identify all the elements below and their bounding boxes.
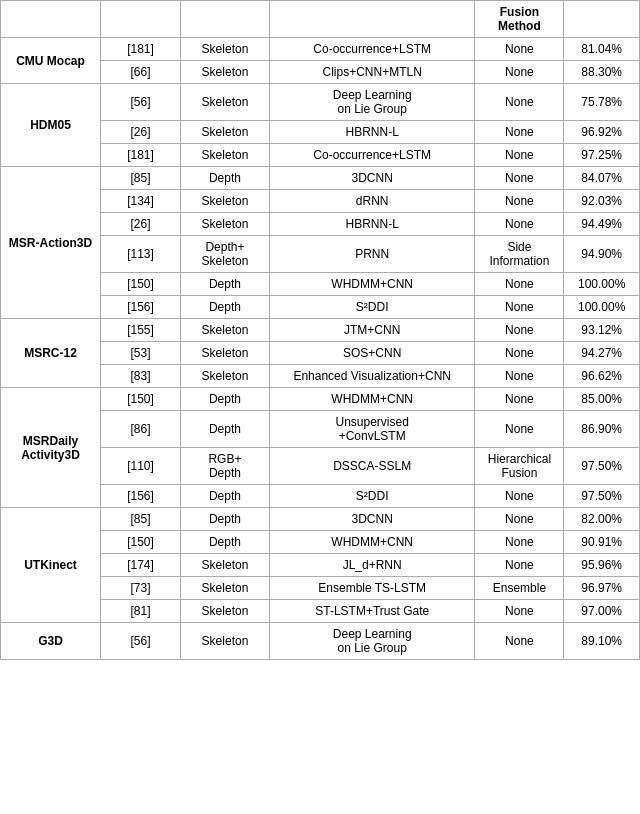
cell-reference: [113] [101, 236, 181, 273]
cell-modality: Skeleton [181, 190, 270, 213]
cell-method: S²DDI [269, 485, 475, 508]
cell-metric: 94.90% [564, 236, 640, 273]
cell-reference: [155] [101, 319, 181, 342]
cell-method: 3DCNN [269, 508, 475, 531]
cell-metric: 89.10% [564, 623, 640, 660]
cell-method: JTM+CNN [269, 319, 475, 342]
cell-fusion: None [475, 296, 564, 319]
cell-dataset: G3D [1, 623, 101, 660]
table-row: CMU Mocap[181]SkeletonCo-occurrence+LSTM… [1, 38, 640, 61]
cell-modality: Skeleton [181, 213, 270, 236]
cell-method: SOS+CNN [269, 342, 475, 365]
cell-metric: 97.50% [564, 485, 640, 508]
cell-reference: [85] [101, 508, 181, 531]
cell-dataset: MSRC-12 [1, 319, 101, 388]
cell-metric: 81.04% [564, 38, 640, 61]
header-method [269, 1, 475, 38]
cell-modality: Skeleton [181, 554, 270, 577]
cell-fusion: None [475, 508, 564, 531]
cell-method: WHDMM+CNN [269, 273, 475, 296]
cell-metric: 97.00% [564, 600, 640, 623]
header-dataset [1, 1, 101, 38]
cell-method: Ensemble TS-LSTM [269, 577, 475, 600]
header-fusion: FusionMethod [475, 1, 564, 38]
cell-metric: 82.00% [564, 508, 640, 531]
cell-fusion: None [475, 190, 564, 213]
cell-method: Co-occurrence+LSTM [269, 144, 475, 167]
cell-dataset: UTKinect [1, 508, 101, 623]
cell-fusion: None [475, 144, 564, 167]
cell-modality: Depth [181, 411, 270, 448]
cell-dataset: HDM05 [1, 84, 101, 167]
cell-metric: 97.50% [564, 448, 640, 485]
cell-method: JL_d+RNN [269, 554, 475, 577]
cell-reference: [181] [101, 144, 181, 167]
cell-method: Deep Learningon Lie Group [269, 84, 475, 121]
cell-dataset: MSRDailyActivity3D [1, 388, 101, 508]
cell-metric: 75.78% [564, 84, 640, 121]
comparison-table: FusionMethod CMU Mocap[181]SkeletonCo-oc… [0, 0, 640, 660]
cell-method: S²DDI [269, 296, 475, 319]
cell-fusion: None [475, 623, 564, 660]
cell-method: HBRNN-L [269, 121, 475, 144]
cell-method: Enhanced Visualization+CNN [269, 365, 475, 388]
cell-modality: Depth [181, 273, 270, 296]
cell-reference: [156] [101, 485, 181, 508]
cell-metric: 90.91% [564, 531, 640, 554]
cell-reference: [53] [101, 342, 181, 365]
cell-fusion: None [475, 213, 564, 236]
table-row: MSRDailyActivity3D[150]DepthWHDMM+CNNNon… [1, 388, 640, 411]
cell-reference: [181] [101, 38, 181, 61]
cell-method: ST-LSTM+Trust Gate [269, 600, 475, 623]
cell-reference: [56] [101, 84, 181, 121]
cell-modality: Skeleton [181, 319, 270, 342]
cell-fusion: None [475, 600, 564, 623]
cell-reference: [73] [101, 577, 181, 600]
cell-modality: Depth [181, 296, 270, 319]
cell-method: DSSCA-SSLM [269, 448, 475, 485]
cell-metric: 96.92% [564, 121, 640, 144]
header-reference [101, 1, 181, 38]
cell-metric: 86.90% [564, 411, 640, 448]
cell-modality: Skeleton [181, 365, 270, 388]
cell-fusion: None [475, 485, 564, 508]
cell-metric: 85.00% [564, 388, 640, 411]
cell-method: Clips+CNN+MTLN [269, 61, 475, 84]
cell-modality: Depth [181, 388, 270, 411]
cell-metric: 94.49% [564, 213, 640, 236]
cell-modality: Depth [181, 485, 270, 508]
cell-fusion: None [475, 121, 564, 144]
cell-fusion: HierarchicalFusion [475, 448, 564, 485]
cell-modality: Skeleton [181, 623, 270, 660]
cell-fusion: None [475, 61, 564, 84]
cell-method: 3DCNN [269, 167, 475, 190]
cell-reference: [56] [101, 623, 181, 660]
cell-reference: [86] [101, 411, 181, 448]
cell-metric: 97.25% [564, 144, 640, 167]
cell-reference: [156] [101, 296, 181, 319]
cell-modality: Depth [181, 531, 270, 554]
cell-reference: [85] [101, 167, 181, 190]
cell-metric: 100.00% [564, 296, 640, 319]
cell-method: PRNN [269, 236, 475, 273]
cell-metric: 94.27% [564, 342, 640, 365]
table-row: MSRC-12[155]SkeletonJTM+CNNNone93.12% [1, 319, 640, 342]
cell-metric: 88.30% [564, 61, 640, 84]
cell-fusion: None [475, 342, 564, 365]
cell-fusion: None [475, 411, 564, 448]
cell-fusion: Ensemble [475, 577, 564, 600]
cell-fusion: None [475, 167, 564, 190]
cell-reference: [81] [101, 600, 181, 623]
cell-metric: 95.96% [564, 554, 640, 577]
cell-method: Co-occurrence+LSTM [269, 38, 475, 61]
cell-fusion: None [475, 38, 564, 61]
cell-reference: [110] [101, 448, 181, 485]
cell-modality: Skeleton [181, 38, 270, 61]
cell-method: WHDMM+CNN [269, 531, 475, 554]
cell-fusion: None [475, 319, 564, 342]
cell-fusion: None [475, 531, 564, 554]
cell-method: dRNN [269, 190, 475, 213]
cell-dataset: MSR-Action3D [1, 167, 101, 319]
header-modality [181, 1, 270, 38]
cell-fusion: None [475, 84, 564, 121]
